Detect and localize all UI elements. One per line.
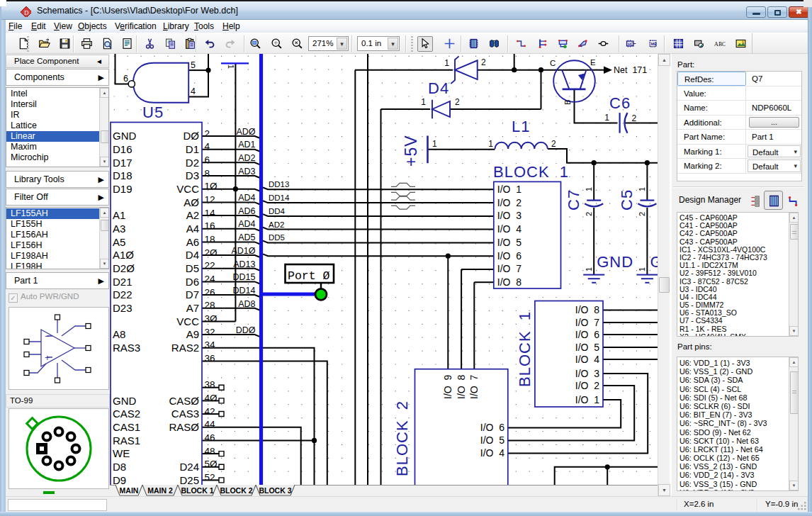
svg-text:32: 32 <box>205 327 215 337</box>
svg-text:C7: C7 <box>565 189 582 211</box>
svg-text:CASØ: CASØ <box>169 395 199 407</box>
svg-text:2: 2 <box>205 128 210 139</box>
svg-text:U5: U5 <box>142 103 164 121</box>
svg-text:CAS2: CAS2 <box>113 408 140 420</box>
svg-text:5Ø: 5Ø <box>205 459 218 469</box>
svg-text:D22: D22 <box>113 288 132 301</box>
svg-text:I/O 5: I/O 5 <box>497 237 521 248</box>
svg-text:D4: D4 <box>428 79 449 97</box>
svg-text:D3: D3 <box>186 169 199 181</box>
svg-text:5: 5 <box>191 60 196 70</box>
svg-text:I/O 8: I/O 8 <box>575 304 599 315</box>
svg-text:AD6: AD6 <box>238 206 255 216</box>
svg-text:VCC: VCC <box>176 183 199 195</box>
svg-text:RAS3: RAS3 <box>113 342 140 354</box>
svg-text:2: 2 <box>551 139 556 149</box>
svg-text:A7: A7 <box>186 302 199 314</box>
svg-text:1: 1 <box>421 97 426 107</box>
svg-text:I/O 2: I/O 2 <box>575 380 599 391</box>
svg-text:52: 52 <box>205 472 215 483</box>
svg-text:BLOCK 2: BLOCK 2 <box>393 400 411 476</box>
svg-text:1Ø: 1Ø <box>205 181 218 191</box>
svg-text:D6: D6 <box>186 276 199 288</box>
svg-text:D16: D16 <box>113 143 132 155</box>
svg-text:Net 171: Net 171 <box>614 65 647 75</box>
svg-text:4Ø: 4Ø <box>205 393 218 403</box>
svg-text:C6: C6 <box>609 94 631 112</box>
svg-text:2Ø: 2Ø <box>205 247 218 258</box>
svg-text:AD4: AD4 <box>238 193 255 203</box>
svg-text:D5: D5 <box>186 262 199 274</box>
svg-text:2: 2 <box>455 97 460 107</box>
svg-text:1: 1 <box>444 58 449 68</box>
svg-text:6: 6 <box>123 74 128 84</box>
svg-text:VCC: VCC <box>176 315 199 327</box>
svg-text:2: 2 <box>632 113 637 123</box>
svg-text:L1: L1 <box>512 118 530 135</box>
svg-text:A9: A9 <box>186 328 199 340</box>
svg-text:RAS2: RAS2 <box>171 342 199 354</box>
svg-text:+: + <box>45 352 50 363</box>
svg-text:AD2: AD2 <box>238 153 255 163</box>
svg-text:I/O 2: I/O 2 <box>497 197 521 208</box>
svg-text:4: 4 <box>191 86 196 96</box>
svg-text:22: 22 <box>205 260 215 271</box>
svg-text:DD5: DD5 <box>269 233 285 242</box>
svg-text:−: − <box>45 331 50 342</box>
svg-text:MB: MB <box>651 42 658 46</box>
svg-text:I/O 1: I/O 1 <box>497 184 521 195</box>
svg-text:RAS1: RAS1 <box>113 434 140 447</box>
svg-text:A4: A4 <box>186 223 199 235</box>
svg-text:I/O 3: I/O 3 <box>497 210 521 221</box>
svg-text:D7: D7 <box>186 288 199 301</box>
svg-text:36: 36 <box>205 353 215 364</box>
svg-text:CAS1: CAS1 <box>113 421 140 433</box>
svg-text:6: 6 <box>205 155 210 165</box>
svg-text:14: 14 <box>205 208 216 218</box>
svg-text:42: 42 <box>205 406 215 417</box>
svg-text:A8: A8 <box>113 328 125 340</box>
svg-text:MAIN 2: MAIN 2 <box>147 486 173 495</box>
svg-text:Port Ø: Port Ø <box>288 269 330 283</box>
svg-text:AD8: AD8 <box>238 299 255 309</box>
svg-text:I/O 5: I/O 5 <box>480 434 504 446</box>
svg-text:1: 1 <box>638 187 646 191</box>
svg-text:AD13: AD13 <box>233 259 255 269</box>
svg-text:1: 1 <box>227 64 235 69</box>
svg-text:I/O 5: I/O 5 <box>575 342 599 353</box>
svg-text:18: 18 <box>205 234 215 245</box>
svg-text:ADØ: ADØ <box>236 127 255 137</box>
svg-text:BLOCK 1: BLOCK 1 <box>493 163 569 181</box>
svg-text:3Ø: 3Ø <box>205 313 218 324</box>
svg-text:34: 34 <box>205 340 216 350</box>
svg-text:I/O 4: I/O 4 <box>575 354 599 365</box>
svg-text:D17: D17 <box>113 157 132 169</box>
svg-text:GND: GND <box>113 395 137 407</box>
svg-text:BLOCK 1: BLOCK 1 <box>181 486 213 495</box>
svg-text:1: 1 <box>488 139 493 149</box>
svg-text:A2: A2 <box>186 209 199 221</box>
svg-text:DD14: DD14 <box>269 194 290 202</box>
svg-text:1: 1 <box>432 139 437 149</box>
svg-text:A3: A3 <box>113 223 125 235</box>
svg-text:AD5: AD5 <box>238 232 255 242</box>
svg-text:DDØ: DDØ <box>236 325 256 335</box>
svg-text:48: 48 <box>205 446 215 456</box>
svg-text:+5V: +5V <box>402 135 420 167</box>
svg-text:I/O 9: I/O 9 <box>442 375 453 399</box>
svg-text:I/O 8: I/O 8 <box>497 276 521 288</box>
svg-text:BC: BC <box>718 42 726 47</box>
svg-text:BLOCK 3: BLOCK 3 <box>259 486 291 495</box>
svg-text:GND: GND <box>650 253 658 271</box>
svg-text:AD4: AD4 <box>238 219 255 229</box>
svg-text:A6: A6 <box>186 236 199 248</box>
svg-text:AD1Ø: AD1Ø <box>231 246 255 256</box>
svg-text:D1: D1 <box>186 143 199 155</box>
svg-text:D18: D18 <box>113 169 132 181</box>
svg-text:I/O 6: I/O 6 <box>575 329 599 340</box>
svg-text:16: 16 <box>205 220 215 231</box>
svg-text:D2Ø: D2Ø <box>113 262 135 274</box>
svg-text:DD13: DD13 <box>269 180 289 189</box>
svg-text:DØ: DØ <box>184 130 200 142</box>
svg-text:D25: D25 <box>179 474 199 485</box>
